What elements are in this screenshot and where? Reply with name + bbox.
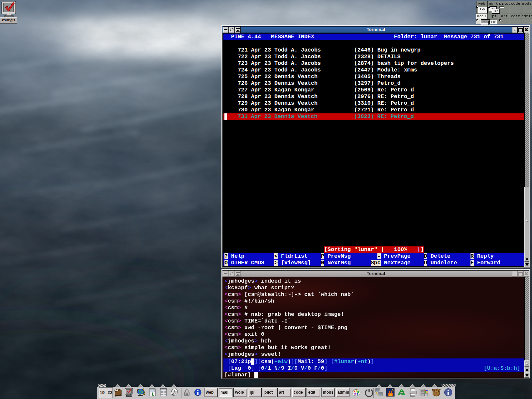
svg-text:WWW: WWW [138,394,144,396]
svg-text:?: ? [436,390,437,393]
